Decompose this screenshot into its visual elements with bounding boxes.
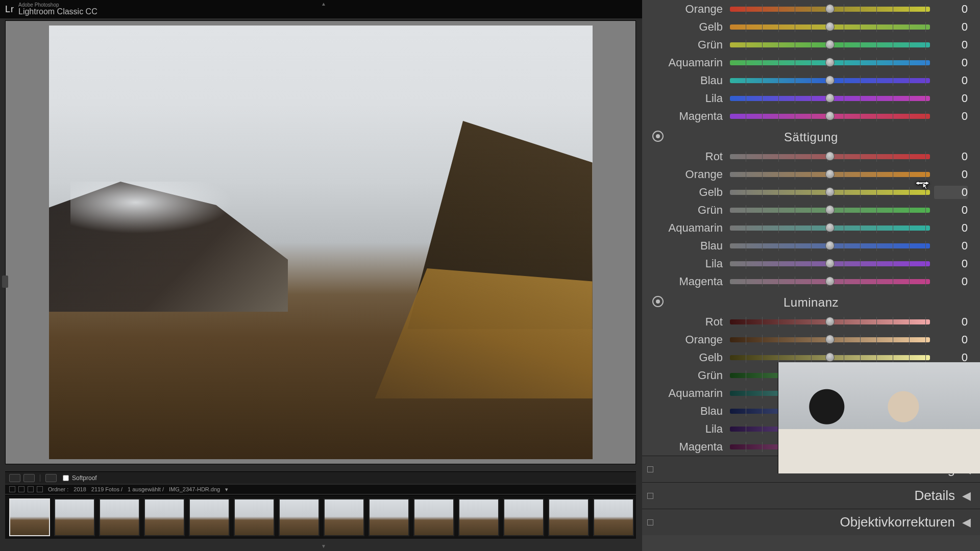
saturation-magenta-value[interactable]: 0 xyxy=(934,275,968,288)
hue-orange-label[interactable]: Orange xyxy=(642,3,730,16)
saturation-gruen-slider[interactable] xyxy=(730,208,930,213)
develop-panel[interactable]: Orange0Gelb0Grün0Aquamarin0Blau0Lila0Mag… xyxy=(642,0,980,551)
hue-lila-label[interactable]: Lila xyxy=(642,92,730,105)
luminance-magenta-label[interactable]: Magenta xyxy=(642,440,730,454)
view-loupe-button[interactable] xyxy=(9,474,20,482)
saturation-gruen-value[interactable]: 0 xyxy=(934,204,968,217)
slider-thumb[interactable] xyxy=(825,169,835,179)
bottom-panel-toggle-icon[interactable]: ▼ xyxy=(321,543,326,549)
grid-icon[interactable] xyxy=(18,486,24,492)
hue-gruen-value[interactable]: 0 xyxy=(934,38,968,52)
saturation-rot-slider[interactable] xyxy=(730,154,930,159)
hue-aqua-label[interactable]: Aquamarin xyxy=(642,56,730,69)
saturation-blau-value[interactable]: 0 xyxy=(934,239,968,253)
luminance-gruen-label[interactable]: Grün xyxy=(642,369,730,382)
saturation-gruen-label[interactable]: Grün xyxy=(642,204,730,217)
softproof-toggle[interactable]: Softproof xyxy=(63,474,97,482)
hue-orange-value[interactable]: 0 xyxy=(934,3,968,16)
saturation-rot-value[interactable]: 0 xyxy=(934,150,968,163)
slider-thumb[interactable] xyxy=(825,152,835,161)
filmstrip-thumb[interactable] xyxy=(99,498,140,536)
second-monitor-icon[interactable] xyxy=(9,486,15,492)
panel-switch-icon[interactable] xyxy=(647,466,653,472)
hue-lila-value[interactable]: 0 xyxy=(934,92,968,105)
hue-lila-slider[interactable] xyxy=(730,96,930,101)
saturation-orange-value[interactable]: 0 xyxy=(934,168,968,181)
luminance-orange-slider[interactable] xyxy=(730,337,930,342)
saturation-orange-slider[interactable] xyxy=(730,172,930,177)
slider-thumb[interactable] xyxy=(825,4,835,13)
saturation-blau-slider[interactable] xyxy=(730,243,930,248)
saturation-gelb-label[interactable]: Gelb xyxy=(642,186,730,199)
forward-icon[interactable] xyxy=(37,486,43,492)
saturation-aqua-label[interactable]: Aquamarin xyxy=(642,221,730,235)
hue-gruen-label[interactable]: Grün xyxy=(642,38,730,52)
slider-thumb[interactable] xyxy=(825,93,835,103)
hue-gelb-value[interactable]: 0 xyxy=(934,20,968,34)
slider-thumb[interactable] xyxy=(825,205,835,214)
slider-thumb[interactable] xyxy=(825,353,835,362)
filmstrip-thumb[interactable] xyxy=(413,498,454,536)
saturation-lila-label[interactable]: Lila xyxy=(642,257,730,270)
filmstrip-thumb[interactable] xyxy=(234,498,275,536)
slider-thumb[interactable] xyxy=(825,40,835,49)
luminance-orange-label[interactable]: Orange xyxy=(642,333,730,346)
luminance-gelb-label[interactable]: Gelb xyxy=(642,351,730,364)
luminance-rot-label[interactable]: Rot xyxy=(642,315,730,329)
panel-switch-icon[interactable] xyxy=(647,493,653,499)
filmstrip-thumb[interactable] xyxy=(279,498,320,536)
saturation-magenta-label[interactable]: Magenta xyxy=(642,275,730,288)
hue-magenta-slider[interactable] xyxy=(730,114,930,119)
filmstrip-thumb[interactable] xyxy=(144,498,185,536)
filmstrip-thumb[interactable] xyxy=(503,498,544,536)
filmstrip[interactable] xyxy=(5,495,636,539)
hue-blau-slider[interactable] xyxy=(730,78,930,83)
slider-thumb[interactable] xyxy=(825,259,835,268)
hue-aqua-value[interactable]: 0 xyxy=(934,56,968,69)
slider-thumb[interactable] xyxy=(825,111,835,120)
slider-thumb[interactable] xyxy=(825,187,835,196)
luminance-lila-label[interactable]: Lila xyxy=(642,422,730,436)
targeted-adjust-saturation-button[interactable] xyxy=(652,131,664,142)
slider-thumb[interactable] xyxy=(825,223,835,232)
slider-thumb[interactable] xyxy=(825,317,835,326)
hue-blau-label[interactable]: Blau xyxy=(642,74,730,87)
saturation-orange-label[interactable]: Orange xyxy=(642,168,730,181)
slider-thumb[interactable] xyxy=(825,76,835,85)
filmstrip-thumb[interactable] xyxy=(369,498,409,536)
chevron-down-icon[interactable]: ▾ xyxy=(225,486,228,493)
collapse-icon[interactable]: ◀ xyxy=(962,489,971,503)
saturation-blau-label[interactable]: Blau xyxy=(642,239,730,253)
saturation-magenta-slider[interactable] xyxy=(730,279,930,284)
luminance-rot-value[interactable]: 0 xyxy=(934,315,968,329)
filmstrip-thumb[interactable] xyxy=(324,498,364,536)
view-compare-button[interactable] xyxy=(23,474,35,482)
slider-thumb[interactable] xyxy=(825,277,835,286)
slider-thumb[interactable] xyxy=(825,241,835,250)
saturation-lila-value[interactable]: 0 xyxy=(934,257,968,270)
filmstrip-thumb[interactable] xyxy=(189,498,230,536)
collapse-icon[interactable]: ◀ xyxy=(962,516,971,529)
hue-gelb-label[interactable]: Gelb xyxy=(642,20,730,34)
back-icon[interactable] xyxy=(28,486,34,492)
view-before-after-button[interactable] xyxy=(45,474,57,482)
top-panel-toggle-icon[interactable]: ▲ xyxy=(321,1,326,7)
saturation-rot-label[interactable]: Rot xyxy=(642,150,730,163)
hue-orange-slider[interactable] xyxy=(730,7,930,12)
saturation-aqua-slider[interactable] xyxy=(730,226,930,231)
filmstrip-thumb[interactable] xyxy=(458,498,499,536)
filmstrip-thumb[interactable] xyxy=(9,498,50,536)
saturation-lila-slider[interactable] xyxy=(730,261,930,266)
hue-gelb-slider[interactable] xyxy=(730,24,930,30)
filmstrip-thumb[interactable] xyxy=(548,498,589,536)
targeted-adjust-luminance-button[interactable] xyxy=(652,296,664,307)
filmstrip-thumb[interactable] xyxy=(593,498,634,536)
slider-thumb[interactable] xyxy=(825,22,835,31)
canvas[interactable] xyxy=(5,20,636,464)
slider-thumb[interactable] xyxy=(825,58,835,67)
info-folder-name[interactable]: 2018 xyxy=(74,486,86,492)
saturation-gelb-slider[interactable] xyxy=(730,190,930,195)
panel-section-objektivkorrekturen[interactable]: Objektivkorrekturen◀ xyxy=(642,509,980,535)
left-panel-toggle[interactable] xyxy=(2,276,8,288)
luminance-rot-slider[interactable] xyxy=(730,319,930,324)
